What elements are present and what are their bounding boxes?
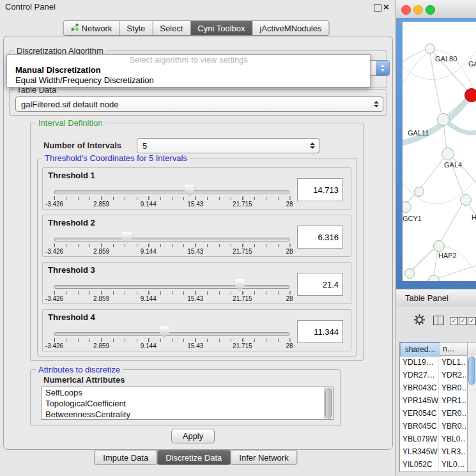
table-row[interactable]: YBL079WYBL0… [400,433,466,445]
tab-network[interactable]: Network [64,21,119,35]
scrollbar-thumb[interactable] [325,388,332,418]
select-none-check-icon[interactable]: ✓ [459,317,467,325]
tab-style[interactable]: Style [119,21,152,35]
filter-check-icon[interactable]: ✓ [468,317,476,325]
table-row[interactable]: YBR045CYBR0… [400,420,466,433]
algorithm-option-manual[interactable]: Manual Discretization [7,65,370,75]
table-panel-header: Table Panel [396,289,476,308]
threshold-2-value-field[interactable]: 6.316 [297,226,343,249]
threshold-4-panel: Threshold 4 -3.426 2.859 9.144 15.43 21.… [42,309,351,351]
algorithm-dropdown-popup: Select algorithm to view settings Manual… [6,54,371,88]
table-row[interactable]: YPR145WYPR1… [400,394,466,407]
algorithm-popup-hint: Select algorithm to view settings [7,55,370,65]
algorithm-option-equal-width[interactable]: Equal Width/Frequency Discretization [7,75,370,86]
slider-ticks [54,339,289,342]
list-item[interactable]: BetweennessCentrality [42,409,333,420]
table-scrollbar[interactable] [467,355,476,472]
close-traffic-light[interactable] [401,5,411,15]
control-panel: Control Panel × Network Style Select Cyn… [0,0,395,476]
threshold-4-slider[interactable]: -3.426 2.859 9.144 15.43 21.715 28 [54,329,289,351]
tab-cyni-toolbox[interactable]: Cyni Toolbox [190,21,252,35]
slider-thumb[interactable] [185,185,194,196]
network-node[interactable] [404,268,415,279]
threshold-2-slider[interactable]: -3.426 2.859 9.144 15.43 21.715 28 [54,234,289,256]
thresholds-group-label: Threshold's Coordinates for 5 Intervals [42,153,190,163]
network-canvas[interactable]: GAL80 GA GAL11 GAL4 GCY1 HAP2 H [403,22,476,281]
slider-track[interactable] [54,190,289,194]
scrollbar-thumb[interactable] [468,357,475,385]
network-node[interactable] [425,43,435,54]
table-row[interactable]: YER054CYER0… [400,407,466,420]
minimize-traffic-light[interactable] [413,5,423,15]
node-label: HAP2 [438,252,457,259]
slider-track[interactable] [54,285,289,289]
list-item[interactable]: SelfLoops [42,387,333,398]
tab-discretize-data[interactable]: Discretize Data [157,450,231,465]
list-scrollbar[interactable] [324,387,333,419]
numerical-attributes-label: Numerical Attributes [41,375,127,385]
threshold-3-label: Threshold 3 [48,265,95,275]
threshold-4-label: Threshold 4 [48,312,95,322]
table-row[interactable]: YDR27…YDR2… [400,369,466,381]
slider-scale: -3.426 2.859 9.144 15.43 21.715 28 [54,295,289,303]
tab-infer-network[interactable]: Infer Network [230,450,297,465]
threshold-1-value-field[interactable]: 14.713 [297,178,343,201]
list-item[interactable]: TopologicalCoefficient [42,398,333,409]
gear-icon[interactable] [414,314,425,325]
slider-thumb[interactable] [235,279,245,291]
columns-icon[interactable] [433,316,444,325]
threshold-1-label: Threshold 1 [48,171,95,180]
slider-thumb[interactable] [122,232,132,243]
attributes-group-label: Attributes to discretize [36,365,123,374]
threshold-2-label: Threshold 2 [48,218,95,227]
slider-track[interactable] [54,332,289,336]
slider-scale: -3.426 2.859 9.144 15.43 21.715 28 [54,248,289,256]
network-node-selected[interactable] [464,88,476,102]
network-node[interactable] [433,240,445,252]
threshold-4-value-field[interactable]: 11.344 [297,320,343,343]
node-label: GAL4 [444,161,462,169]
number-of-intervals-value: 5 [142,141,147,151]
close-icon[interactable]: × [383,1,389,13]
combobox-arrows-icon [374,101,379,107]
threshold-1-slider[interactable]: -3.426 2.859 9.144 15.43 21.715 28 [54,187,289,209]
number-of-intervals-combobox[interactable]: 5 [137,138,319,153]
numerical-attributes-list: SelfLoops TopologicalCoefficient Between… [41,387,334,420]
network-node[interactable] [460,194,472,206]
node-label: GA [468,60,476,68]
network-icon [71,23,79,33]
apply-button[interactable]: Apply [171,429,215,443]
column-header-name[interactable]: n… [440,342,470,356]
control-panel-title: Control Panel [5,2,56,12]
table-row[interactable]: YIL052CYIL0… [400,458,466,471]
tab-select[interactable]: Select [152,21,190,35]
table-data-combobox[interactable]: galFiltered.sif default node [15,96,383,112]
column-header-shared-name[interactable]: shared… [400,342,441,357]
slider-ticks [54,291,289,295]
number-of-intervals-label: Number of Intervals [41,141,124,150]
table-row[interactable]: YBR043CYBR0… [400,381,466,394]
table-row[interactable]: YDL19…YDL1… [400,356,466,369]
zoom-traffic-light[interactable] [426,5,435,15]
tab-impute-data[interactable]: Impute Data [94,450,157,465]
threshold-2-panel: Threshold 2 -3.426 2.859 9.144 15.43 21.… [42,215,351,257]
threshold-3-slider[interactable]: -3.426 2.859 9.144 15.43 21.715 28 [54,282,289,303]
float-window-icon[interactable] [374,4,381,12]
network-node[interactable] [437,113,450,126]
slider-scale: -3.426 2.859 9.144 15.43 21.715 28 [54,201,289,208]
threshold-1-panel: Threshold 1 -3.426 2.859 9.144 15.43 21.… [42,167,351,210]
tab-jactivemnodules[interactable]: jActiveMNodules [252,21,329,35]
table-row[interactable]: YLR345WYLR3… [400,445,466,458]
network-node[interactable] [441,148,454,160]
slider-thumb[interactable] [160,326,169,338]
tab-network-label: Network [82,24,112,33]
control-panel-tabbar: Network Style Select Cyni Toolbox jActiv… [63,20,330,36]
slider-ticks [54,244,289,247]
interval-definition-group-label: Interval Definition [36,118,105,128]
node-table: shared… n… YDL19…YDL1… YDR27…YDR2… YBR04… [399,342,476,472]
threshold-3-value-field[interactable]: 21.4 [297,273,343,296]
slider-ticks [54,197,289,200]
network-node[interactable] [414,187,424,197]
slider-track[interactable] [54,238,289,242]
select-all-check-icon[interactable]: ✓ [450,317,458,325]
